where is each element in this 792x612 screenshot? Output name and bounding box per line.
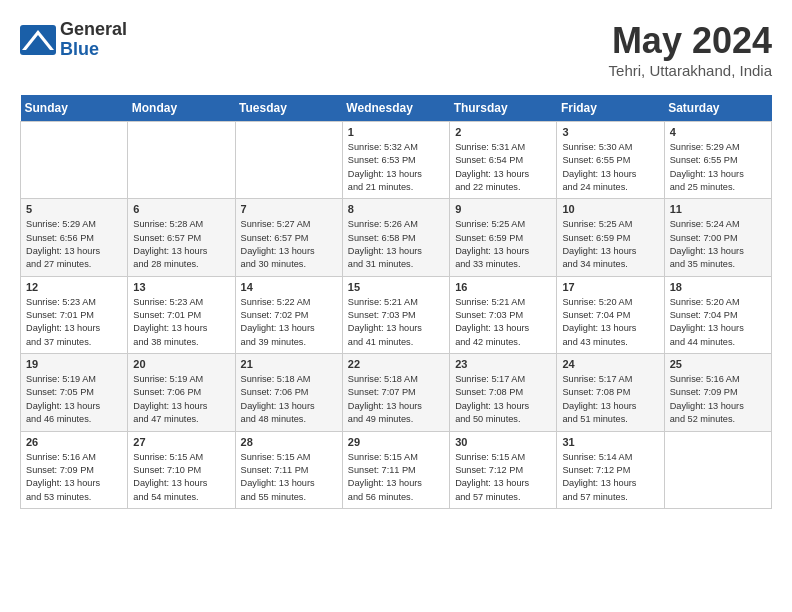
day-number: 5 (26, 203, 122, 215)
calendar-cell: 12Sunrise: 5:23 AMSunset: 7:01 PMDayligh… (21, 276, 128, 353)
day-number: 31 (562, 436, 658, 448)
calendar-cell: 19Sunrise: 5:19 AMSunset: 7:05 PMDayligh… (21, 354, 128, 431)
calendar-cell: 25Sunrise: 5:16 AMSunset: 7:09 PMDayligh… (664, 354, 771, 431)
title-area: May 2024 Tehri, Uttarakhand, India (609, 20, 772, 79)
calendar-cell: 23Sunrise: 5:17 AMSunset: 7:08 PMDayligh… (450, 354, 557, 431)
day-number: 15 (348, 281, 444, 293)
day-number: 24 (562, 358, 658, 370)
day-number: 13 (133, 281, 229, 293)
calendar-cell: 20Sunrise: 5:19 AMSunset: 7:06 PMDayligh… (128, 354, 235, 431)
day-info: Sunrise: 5:17 AMSunset: 7:08 PMDaylight:… (455, 373, 551, 426)
day-number: 20 (133, 358, 229, 370)
day-info: Sunrise: 5:23 AMSunset: 7:01 PMDaylight:… (133, 296, 229, 349)
calendar-cell: 22Sunrise: 5:18 AMSunset: 7:07 PMDayligh… (342, 354, 449, 431)
day-info: Sunrise: 5:25 AMSunset: 6:59 PMDaylight:… (562, 218, 658, 271)
day-number: 14 (241, 281, 337, 293)
calendar-cell: 31Sunrise: 5:14 AMSunset: 7:12 PMDayligh… (557, 431, 664, 508)
day-number: 10 (562, 203, 658, 215)
day-info: Sunrise: 5:15 AMSunset: 7:10 PMDaylight:… (133, 451, 229, 504)
day-number: 6 (133, 203, 229, 215)
calendar-cell: 29Sunrise: 5:15 AMSunset: 7:11 PMDayligh… (342, 431, 449, 508)
calendar-cell: 1Sunrise: 5:32 AMSunset: 6:53 PMDaylight… (342, 122, 449, 199)
month-title: May 2024 (609, 20, 772, 62)
day-info: Sunrise: 5:14 AMSunset: 7:12 PMDaylight:… (562, 451, 658, 504)
calendar-cell: 7Sunrise: 5:27 AMSunset: 6:57 PMDaylight… (235, 199, 342, 276)
day-info: Sunrise: 5:19 AMSunset: 7:05 PMDaylight:… (26, 373, 122, 426)
weekday-header-thursday: Thursday (450, 95, 557, 122)
day-number: 16 (455, 281, 551, 293)
weekday-header-tuesday: Tuesday (235, 95, 342, 122)
day-info: Sunrise: 5:15 AMSunset: 7:11 PMDaylight:… (241, 451, 337, 504)
calendar-cell: 4Sunrise: 5:29 AMSunset: 6:55 PMDaylight… (664, 122, 771, 199)
calendar-cell: 13Sunrise: 5:23 AMSunset: 7:01 PMDayligh… (128, 276, 235, 353)
day-info: Sunrise: 5:17 AMSunset: 7:08 PMDaylight:… (562, 373, 658, 426)
logo-icon (20, 25, 56, 55)
location: Tehri, Uttarakhand, India (609, 62, 772, 79)
calendar-cell (235, 122, 342, 199)
day-number: 28 (241, 436, 337, 448)
calendar-week-row: 12Sunrise: 5:23 AMSunset: 7:01 PMDayligh… (21, 276, 772, 353)
day-number: 19 (26, 358, 122, 370)
day-number: 8 (348, 203, 444, 215)
calendar-cell (21, 122, 128, 199)
calendar-cell: 11Sunrise: 5:24 AMSunset: 7:00 PMDayligh… (664, 199, 771, 276)
day-info: Sunrise: 5:29 AMSunset: 6:55 PMDaylight:… (670, 141, 766, 194)
day-number: 23 (455, 358, 551, 370)
weekday-header-sunday: Sunday (21, 95, 128, 122)
calendar-table: SundayMondayTuesdayWednesdayThursdayFrid… (20, 95, 772, 509)
day-number: 26 (26, 436, 122, 448)
day-number: 12 (26, 281, 122, 293)
calendar-cell: 21Sunrise: 5:18 AMSunset: 7:06 PMDayligh… (235, 354, 342, 431)
day-info: Sunrise: 5:28 AMSunset: 6:57 PMDaylight:… (133, 218, 229, 271)
calendar-cell: 30Sunrise: 5:15 AMSunset: 7:12 PMDayligh… (450, 431, 557, 508)
day-info: Sunrise: 5:15 AMSunset: 7:11 PMDaylight:… (348, 451, 444, 504)
day-number: 17 (562, 281, 658, 293)
day-number: 29 (348, 436, 444, 448)
calendar-cell: 26Sunrise: 5:16 AMSunset: 7:09 PMDayligh… (21, 431, 128, 508)
day-info: Sunrise: 5:22 AMSunset: 7:02 PMDaylight:… (241, 296, 337, 349)
calendar-cell: 6Sunrise: 5:28 AMSunset: 6:57 PMDaylight… (128, 199, 235, 276)
calendar-cell (128, 122, 235, 199)
logo-line2: Blue (60, 40, 127, 60)
calendar-cell: 14Sunrise: 5:22 AMSunset: 7:02 PMDayligh… (235, 276, 342, 353)
day-info: Sunrise: 5:19 AMSunset: 7:06 PMDaylight:… (133, 373, 229, 426)
day-info: Sunrise: 5:27 AMSunset: 6:57 PMDaylight:… (241, 218, 337, 271)
day-number: 4 (670, 126, 766, 138)
day-info: Sunrise: 5:15 AMSunset: 7:12 PMDaylight:… (455, 451, 551, 504)
logo-text: General Blue (60, 20, 127, 60)
calendar-cell: 15Sunrise: 5:21 AMSunset: 7:03 PMDayligh… (342, 276, 449, 353)
day-info: Sunrise: 5:30 AMSunset: 6:55 PMDaylight:… (562, 141, 658, 194)
day-info: Sunrise: 5:16 AMSunset: 7:09 PMDaylight:… (26, 451, 122, 504)
logo: General Blue (20, 20, 127, 60)
calendar-cell: 28Sunrise: 5:15 AMSunset: 7:11 PMDayligh… (235, 431, 342, 508)
day-number: 7 (241, 203, 337, 215)
day-number: 21 (241, 358, 337, 370)
weekday-header-monday: Monday (128, 95, 235, 122)
calendar-cell: 16Sunrise: 5:21 AMSunset: 7:03 PMDayligh… (450, 276, 557, 353)
day-info: Sunrise: 5:21 AMSunset: 7:03 PMDaylight:… (348, 296, 444, 349)
calendar-cell: 8Sunrise: 5:26 AMSunset: 6:58 PMDaylight… (342, 199, 449, 276)
calendar-week-row: 26Sunrise: 5:16 AMSunset: 7:09 PMDayligh… (21, 431, 772, 508)
day-number: 3 (562, 126, 658, 138)
day-info: Sunrise: 5:31 AMSunset: 6:54 PMDaylight:… (455, 141, 551, 194)
calendar-week-row: 5Sunrise: 5:29 AMSunset: 6:56 PMDaylight… (21, 199, 772, 276)
day-info: Sunrise: 5:25 AMSunset: 6:59 PMDaylight:… (455, 218, 551, 271)
calendar-cell: 17Sunrise: 5:20 AMSunset: 7:04 PMDayligh… (557, 276, 664, 353)
calendar-cell: 5Sunrise: 5:29 AMSunset: 6:56 PMDaylight… (21, 199, 128, 276)
day-info: Sunrise: 5:32 AMSunset: 6:53 PMDaylight:… (348, 141, 444, 194)
calendar-week-row: 1Sunrise: 5:32 AMSunset: 6:53 PMDaylight… (21, 122, 772, 199)
day-number: 30 (455, 436, 551, 448)
day-info: Sunrise: 5:21 AMSunset: 7:03 PMDaylight:… (455, 296, 551, 349)
day-info: Sunrise: 5:26 AMSunset: 6:58 PMDaylight:… (348, 218, 444, 271)
weekday-header-saturday: Saturday (664, 95, 771, 122)
day-number: 22 (348, 358, 444, 370)
calendar-cell: 3Sunrise: 5:30 AMSunset: 6:55 PMDaylight… (557, 122, 664, 199)
day-info: Sunrise: 5:20 AMSunset: 7:04 PMDaylight:… (562, 296, 658, 349)
calendar-cell: 2Sunrise: 5:31 AMSunset: 6:54 PMDaylight… (450, 122, 557, 199)
day-info: Sunrise: 5:24 AMSunset: 7:00 PMDaylight:… (670, 218, 766, 271)
calendar-cell: 24Sunrise: 5:17 AMSunset: 7:08 PMDayligh… (557, 354, 664, 431)
weekday-header-row: SundayMondayTuesdayWednesdayThursdayFrid… (21, 95, 772, 122)
weekday-header-friday: Friday (557, 95, 664, 122)
calendar-cell: 18Sunrise: 5:20 AMSunset: 7:04 PMDayligh… (664, 276, 771, 353)
day-info: Sunrise: 5:18 AMSunset: 7:07 PMDaylight:… (348, 373, 444, 426)
